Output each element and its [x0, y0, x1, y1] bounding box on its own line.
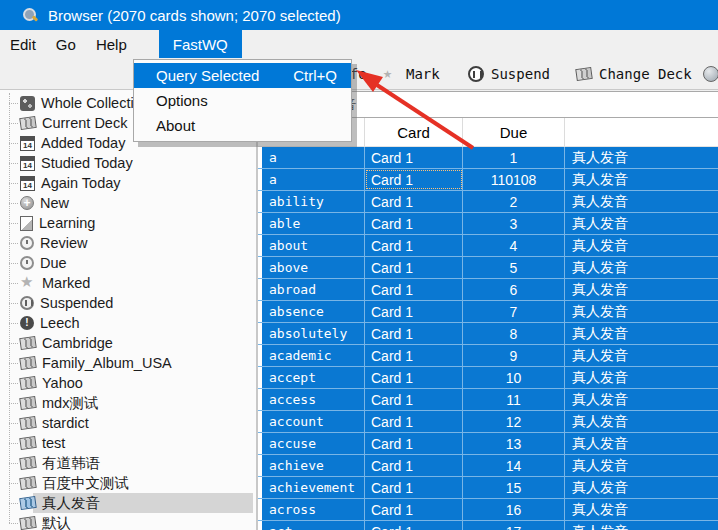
- table-row[interactable]: aCard 1110108真人发音: [258, 169, 718, 191]
- cell[interactable]: 真人发音: [565, 323, 718, 344]
- cell[interactable]: 真人发音: [565, 521, 718, 530]
- menu-item-about[interactable]: About: [134, 113, 351, 138]
- cell[interactable]: 110108: [463, 169, 565, 190]
- cell[interactable]: Card 1: [365, 257, 463, 278]
- cell[interactable]: a: [262, 169, 365, 190]
- sidebar-item-leech[interactable]: Leech: [0, 313, 257, 333]
- table-row[interactable]: accountCard 112真人发音: [258, 411, 718, 433]
- cell[interactable]: access: [262, 389, 365, 410]
- cell[interactable]: 真人发音: [565, 389, 718, 410]
- cell[interactable]: 4: [463, 235, 565, 256]
- table-row[interactable]: abilityCard 12真人发音: [258, 191, 718, 213]
- sidebar-item-learning[interactable]: Learning: [0, 213, 257, 233]
- cell[interactable]: academic: [262, 345, 365, 366]
- table-row[interactable]: ableCard 13真人发音: [258, 213, 718, 235]
- cell[interactable]: absence: [262, 301, 365, 322]
- column-header-card[interactable]: Card: [365, 118, 463, 146]
- cell[interactable]: Card 1: [365, 279, 463, 300]
- cell[interactable]: Card 1: [365, 301, 463, 322]
- cell[interactable]: Card 1: [365, 499, 463, 520]
- cell[interactable]: 真人发音: [565, 235, 718, 256]
- cell[interactable]: 10: [463, 367, 565, 388]
- cell[interactable]: 真人发音: [565, 147, 718, 168]
- table-row[interactable]: acceptCard 110真人发音: [258, 367, 718, 389]
- cell[interactable]: achievement: [262, 477, 365, 498]
- menu-item-options[interactable]: Options: [134, 88, 351, 113]
- cell[interactable]: 真人发音: [565, 433, 718, 454]
- sidebar-item-百度中文测试[interactable]: 百度中文测试: [0, 473, 257, 493]
- cell[interactable]: 13: [463, 433, 565, 454]
- sidebar-item-new[interactable]: New: [0, 193, 257, 213]
- cell[interactable]: 真人发音: [565, 367, 718, 388]
- sidebar-item-cambridge[interactable]: Cambridge: [0, 333, 257, 353]
- menu-fastwq[interactable]: FastWQ: [159, 30, 242, 58]
- cell[interactable]: Card 1: [365, 521, 463, 530]
- cell[interactable]: 7: [463, 301, 565, 322]
- cell[interactable]: 真人发音: [565, 279, 718, 300]
- table-row[interactable]: aboutCard 14真人发音: [258, 235, 718, 257]
- sidebar-item-family-album-usa[interactable]: Family_Album_USA: [0, 353, 257, 373]
- cell[interactable]: 17: [463, 521, 565, 530]
- cell[interactable]: across: [262, 499, 365, 520]
- cell[interactable]: 9: [463, 345, 565, 366]
- table-row[interactable]: acrossCard 116真人发音: [258, 499, 718, 521]
- cell[interactable]: 8: [463, 323, 565, 344]
- table-row[interactable]: actCard 117真人发音: [258, 521, 718, 530]
- table-row[interactable]: academicCard 19真人发音: [258, 345, 718, 367]
- cell[interactable]: Card 1: [365, 433, 463, 454]
- sidebar-item-due[interactable]: Due: [0, 253, 257, 273]
- table-row[interactable]: accessCard 111真人发音: [258, 389, 718, 411]
- cell[interactable]: Card 1: [365, 389, 463, 410]
- table-row[interactable]: accuseCard 113真人发音: [258, 433, 718, 455]
- toolbar-mark[interactable]: Mark: [383, 58, 440, 89]
- sidebar-item-again-today[interactable]: Again Today: [0, 173, 257, 193]
- table-row[interactable]: abroadCard 16真人发音: [258, 279, 718, 301]
- table-row[interactable]: achieveCard 114真人发音: [258, 455, 718, 477]
- cell[interactable]: 2: [463, 191, 565, 212]
- cell[interactable]: 真人发音: [565, 191, 718, 212]
- cell[interactable]: ability: [262, 191, 365, 212]
- menu-help[interactable]: Help: [86, 30, 137, 58]
- cell[interactable]: accept: [262, 367, 365, 388]
- column-header-deck[interactable]: [565, 118, 718, 146]
- menu-go[interactable]: Go: [46, 30, 86, 58]
- cell[interactable]: accuse: [262, 433, 365, 454]
- cell[interactable]: Card 1: [365, 477, 463, 498]
- toolbar-change-deck[interactable]: Change Deck: [576, 58, 692, 89]
- cell[interactable]: abroad: [262, 279, 365, 300]
- cell[interactable]: 6: [463, 279, 565, 300]
- table-row[interactable]: absolutelyCard 18真人发音: [258, 323, 718, 345]
- toolbar-edge-item[interactable]: [703, 58, 718, 89]
- column-header-due[interactable]: Due: [463, 118, 565, 146]
- cell[interactable]: Card 1: [365, 147, 463, 168]
- sidebar-item-studied-today[interactable]: Studied Today: [0, 153, 257, 173]
- cell[interactable]: Card 1: [365, 169, 463, 190]
- cell[interactable]: 真人发音: [565, 169, 718, 190]
- cell[interactable]: 14: [463, 455, 565, 476]
- cell[interactable]: Card 1: [365, 323, 463, 344]
- sidebar-item-suspended[interactable]: Suspended: [0, 293, 257, 313]
- cell[interactable]: able: [262, 213, 365, 234]
- table-row[interactable]: absenceCard 17真人发音: [258, 301, 718, 323]
- sidebar-item-marked[interactable]: Marked: [0, 273, 257, 293]
- cell[interactable]: 真人发音: [565, 345, 718, 366]
- sidebar-item-stardict[interactable]: stardict: [0, 413, 257, 433]
- cell[interactable]: Card 1: [365, 345, 463, 366]
- cell[interactable]: 真人发音: [565, 301, 718, 322]
- cell[interactable]: achieve: [262, 455, 365, 476]
- cell[interactable]: 3: [463, 213, 565, 234]
- sidebar-item-mdx测试[interactable]: mdx测试: [0, 393, 257, 413]
- cell[interactable]: act: [262, 521, 365, 530]
- cell[interactable]: Card 1: [365, 191, 463, 212]
- cell[interactable]: Card 1: [365, 367, 463, 388]
- table-row[interactable]: aCard 11真人发音: [258, 147, 718, 169]
- sidebar-item-真人发音[interactable]: 真人发音: [0, 493, 257, 513]
- sidebar-item-review[interactable]: Review: [0, 233, 257, 253]
- cell[interactable]: a: [262, 147, 365, 168]
- cell[interactable]: account: [262, 411, 365, 432]
- sidebar-item-有道韩语[interactable]: 有道韩语: [0, 453, 257, 473]
- cell[interactable]: 真人发音: [565, 455, 718, 476]
- cell[interactable]: 真人发音: [565, 257, 718, 278]
- cell[interactable]: 12: [463, 411, 565, 432]
- cell[interactable]: absolutely: [262, 323, 365, 344]
